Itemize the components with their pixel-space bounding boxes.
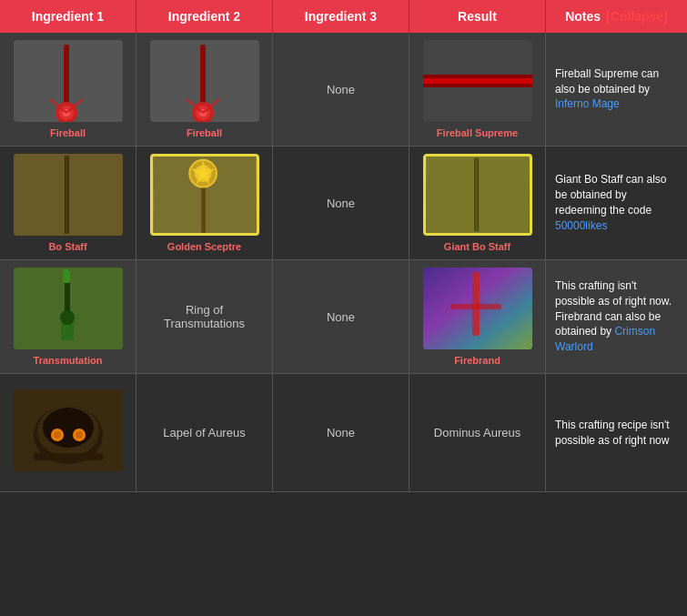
row2-ingredient1: Bo Staff <box>0 146 136 259</box>
transmutation-image <box>14 268 123 349</box>
header-ingredient1: Ingredient 1 <box>0 0 136 33</box>
row1-ing2-label: Fireball <box>187 127 222 138</box>
row3-notes: This crafting isn't possible as of right… <box>546 260 687 373</box>
svg-point-41 <box>43 408 94 448</box>
row4-ing2-label: Lapel of Aureus <box>163 426 245 439</box>
row2-ing2-label: Golden Sceptre <box>167 241 241 252</box>
svg-rect-28 <box>475 158 478 231</box>
table-header: Ingredient 1 Ingredient 2 Ingredient 3 R… <box>0 0 687 33</box>
header-ingredient2: Ingredient 2 <box>136 0 273 33</box>
row4-result-label: Dominus Aureus <box>434 426 520 439</box>
row1-ingredient1: Fireball <box>0 33 136 146</box>
row3-result-label: Firebrand <box>454 355 500 366</box>
svg-rect-33 <box>63 269 70 283</box>
svg-point-45 <box>76 431 83 439</box>
header-notes: Notes [Collapse] <box>546 0 687 33</box>
row1-notes: Fireball Supreme can also be obtained by… <box>546 33 687 146</box>
row1-ing3-label: None <box>327 83 355 96</box>
row3-ingredient2: Ring ofTransmutations <box>136 260 273 373</box>
row1-result: Fireball Supreme <box>409 33 546 146</box>
row2-result: Giant Bo Staff <box>409 146 546 259</box>
row2-notes: Giant Bo Staff can also be obtained by r… <box>546 146 687 259</box>
row3-ingredient1: Transmutation <box>0 260 136 373</box>
row2-ing3-label: None <box>327 197 355 210</box>
table-row: Fireball Fireball None <box>0 33 687 146</box>
row1-result-label: Fireball Supreme <box>437 127 518 138</box>
collapse-button[interactable]: [Collapse] <box>606 9 668 24</box>
row3-ing2-label: Ring ofTransmutations <box>164 303 245 330</box>
row3-notes-text: This crafting isn't possible as of right… <box>555 278 678 355</box>
svg-rect-37 <box>450 304 501 309</box>
row3-ing1-label: Transmutation <box>34 355 103 366</box>
row4-ing3-label: None <box>327 426 355 439</box>
row4-ingredient2: Lapel of Aureus <box>136 374 273 491</box>
row2-ingredient3: None <box>273 146 409 259</box>
row3-ing3-label: None <box>327 310 355 324</box>
crimson-warlord-link[interactable]: Crimson Warlord <box>555 325 655 353</box>
table-row: Lapel of Aureus None Dominus Aureus This… <box>0 374 687 492</box>
golden-scepter-image <box>150 154 259 236</box>
row1-ing1-label: Fireball <box>50 127 86 138</box>
header-ingredient3: Ingredient 3 <box>273 0 409 33</box>
row4-notes-text: This crafting recipe isn't possible as o… <box>555 418 678 449</box>
row1-notes-text: Fireball Supreme can also be obtained by… <box>555 66 678 112</box>
fireball1-image <box>14 40 123 122</box>
row2-notes-text: Giant Bo Staff can also be obtained by r… <box>555 172 678 233</box>
svg-point-32 <box>60 310 75 325</box>
svg-rect-16 <box>423 78 532 84</box>
inferno-mage-link[interactable]: Inferno Mage <box>555 97 620 110</box>
svg-rect-46 <box>34 453 103 460</box>
header-result: Result <box>409 0 546 33</box>
row2-result-label: Giant Bo Staff <box>444 241 510 252</box>
giant-bo-staff-image <box>423 154 532 236</box>
svg-point-44 <box>54 431 61 439</box>
table-row: Bo Staff Golden Sceptre None <box>0 146 687 260</box>
code-link[interactable]: 50000likes <box>555 219 607 232</box>
svg-rect-21 <box>201 182 206 233</box>
row3-ingredient3: None <box>273 260 409 373</box>
row2-ingredient2: Golden Sceptre <box>136 146 273 259</box>
fireball-supreme-image <box>423 40 532 122</box>
row4-ingredient1 <box>0 374 136 491</box>
svg-rect-19 <box>66 156 68 234</box>
svg-rect-8 <box>200 45 206 108</box>
row1-ingredient3: None <box>273 33 409 146</box>
bo-staff-image <box>14 154 123 236</box>
row3-result: Firebrand <box>409 260 546 373</box>
row2-ing1-label: Bo Staff <box>48 241 86 252</box>
table-row: Transmutation Ring ofTransmutations None <box>0 260 687 374</box>
helmet-image <box>14 389 123 471</box>
fireball2-image <box>150 40 259 122</box>
svg-rect-1 <box>64 45 69 108</box>
row4-result: Dominus Aureus <box>409 374 546 491</box>
row4-ingredient3: None <box>273 374 409 491</box>
firebrand-image <box>423 268 532 349</box>
row1-ingredient2: Fireball <box>136 33 273 146</box>
row4-notes: This crafting recipe isn't possible as o… <box>546 374 687 491</box>
